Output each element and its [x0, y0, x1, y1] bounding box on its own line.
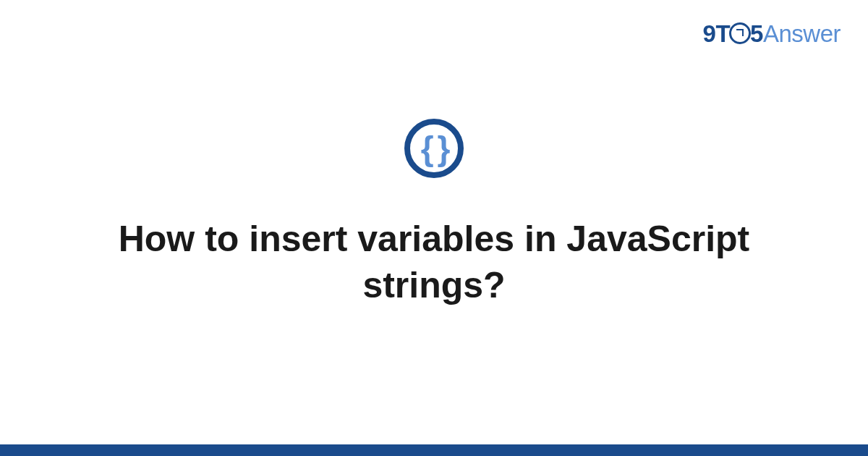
- main-content: { } How to insert variables in JavaScrip…: [0, 0, 868, 456]
- page-title: How to insert variables in JavaScript st…: [109, 216, 760, 308]
- braces-glyph: { }: [421, 132, 448, 165]
- footer-accent-bar: [0, 444, 868, 456]
- code-braces-icon: { }: [404, 119, 464, 178]
